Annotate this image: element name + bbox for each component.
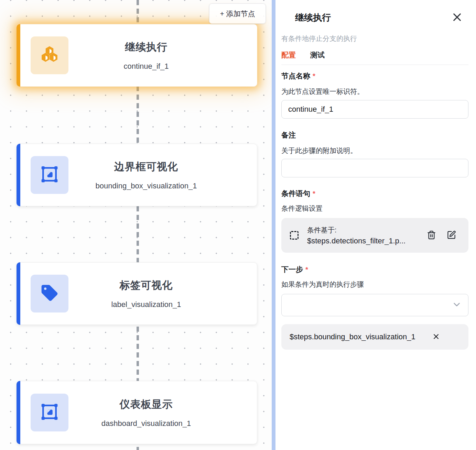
node-icon-box <box>31 36 68 74</box>
node-title: 标签可视化 <box>68 278 224 293</box>
node-text: 边界框可视化 bounding_box_visualization_1 <box>68 160 257 190</box>
node-accent-bar <box>17 381 20 444</box>
condition-description: 条件逻辑设置 <box>281 204 468 213</box>
node-name-description: 为此节点设置唯一标识符。 <box>281 87 468 96</box>
notes-input[interactable] <box>281 159 468 177</box>
workflow-node-dashboard-visualization[interactable]: 仪表板显示 dashboard_visualization_1 <box>17 381 257 444</box>
cubes-icon <box>39 44 60 67</box>
workflow-node-label-visualization[interactable]: 标签可视化 label_visualization_1 <box>17 262 257 325</box>
condition-text: 条件基于: $steps.detections_filter_1.p... <box>307 226 427 245</box>
tab-config[interactable]: 配置 <box>281 50 296 65</box>
node-accent-bar <box>17 24 20 87</box>
condition-prefix: 条件基于: <box>307 226 427 235</box>
node-text: 标签可视化 label_visualization_1 <box>68 278 257 309</box>
node-accent-bar <box>17 144 20 206</box>
node-text: 仪表板显示 dashboard_visualization_1 <box>68 397 257 428</box>
dashed-square-icon <box>290 231 299 240</box>
chip-label: $steps.bounding_box_visualization_1 <box>290 332 415 341</box>
edit-icon <box>447 230 456 241</box>
workflow-node-continue-if[interactable]: 继续执行 continue_if_1 <box>17 24 257 87</box>
delete-condition-button[interactable] <box>427 230 436 241</box>
panel-separator[interactable] <box>272 0 275 450</box>
condition-label: 条件语句* <box>281 189 468 198</box>
node-title: 继续执行 <box>68 40 224 54</box>
node-id: label_visualization_1 <box>68 300 224 309</box>
remove-chip-button[interactable] <box>432 332 440 342</box>
tabs-divider <box>281 65 468 65</box>
condition-label-text: 条件语句 <box>281 189 310 197</box>
notes-label: 备注 <box>281 130 468 140</box>
trash-icon <box>427 230 436 241</box>
node-title: 仪表板显示 <box>68 397 224 411</box>
next-step-description: 如果条件为真时的执行步骤 <box>281 280 468 289</box>
panel-subtitle: 有条件地停止分支的执行 <box>281 34 468 43</box>
chevron-down-icon <box>452 299 462 311</box>
panel-tabs: 配置 测试 <box>281 50 468 65</box>
node-accent-bar <box>17 262 20 325</box>
close-panel-button[interactable] <box>451 12 463 23</box>
bounding-box-icon <box>40 402 59 423</box>
node-id: dashboard_visualization_1 <box>68 419 224 428</box>
edit-condition-button[interactable] <box>447 230 456 241</box>
panel-header: 继续执行 <box>281 12 468 24</box>
panel-title: 继续执行 <box>295 12 331 24</box>
node-name-label: 节点名称* <box>281 71 468 81</box>
next-step-label-text: 下一步 <box>281 265 303 273</box>
node-icon-box <box>31 275 68 312</box>
tag-icon <box>40 283 59 304</box>
add-node-button[interactable]: + 添加节点 <box>209 3 266 24</box>
node-id: continue_if_1 <box>68 62 224 71</box>
node-title: 边界框可视化 <box>68 160 224 174</box>
close-icon <box>432 332 440 342</box>
notes-description: 关于此步骤的附加说明。 <box>281 146 468 155</box>
node-id: bounding_box_visualization_1 <box>68 182 224 190</box>
workflow-node-bounding-box-visualization[interactable]: 边界框可视化 bounding_box_visualization_1 <box>17 144 257 206</box>
next-step-label: 下一步* <box>281 265 468 274</box>
node-icon-box <box>31 156 68 194</box>
close-icon <box>452 12 463 24</box>
tab-test[interactable]: 测试 <box>310 50 325 65</box>
bounding-box-icon <box>40 165 59 185</box>
node-icon-box <box>31 394 68 431</box>
node-text: 继续执行 continue_if_1 <box>68 40 257 71</box>
node-config-panel: 继续执行 有条件地停止分支的执行 配置 测试 节点名称* 为此节点设置唯一标识符… <box>275 0 476 450</box>
next-step-select[interactable] <box>281 294 468 316</box>
condition-expression: $steps.detections_filter_1.p... <box>307 237 427 245</box>
node-name-label-text: 节点名称 <box>281 72 310 80</box>
required-asterisk: * <box>313 72 315 80</box>
required-asterisk: * <box>313 190 315 197</box>
workflow-canvas[interactable]: 继续执行 continue_if_1 边界框可视化 bounding_box <box>0 0 272 450</box>
condition-summary-card[interactable]: 条件基于: $steps.detections_filter_1.p... <box>281 218 468 253</box>
next-step-chip: $steps.bounding_box_visualization_1 <box>281 324 468 350</box>
node-name-input[interactable] <box>281 100 468 119</box>
required-asterisk: * <box>305 266 308 273</box>
